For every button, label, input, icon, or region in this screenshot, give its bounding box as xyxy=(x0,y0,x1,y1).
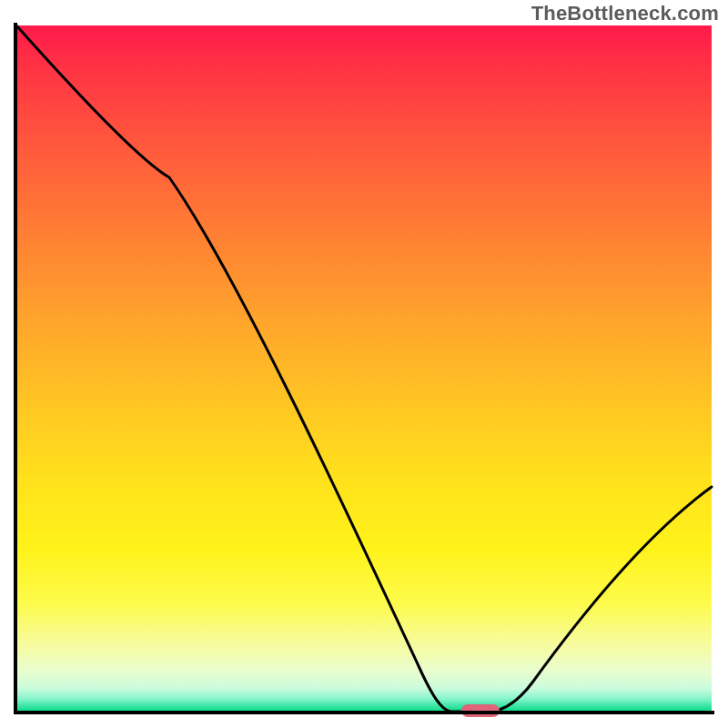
bottleneck-curve xyxy=(0,0,728,728)
chart-frame: TheBottleneck.com xyxy=(0,0,728,728)
curve-path xyxy=(16,25,712,712)
optimal-point-marker xyxy=(461,704,500,717)
